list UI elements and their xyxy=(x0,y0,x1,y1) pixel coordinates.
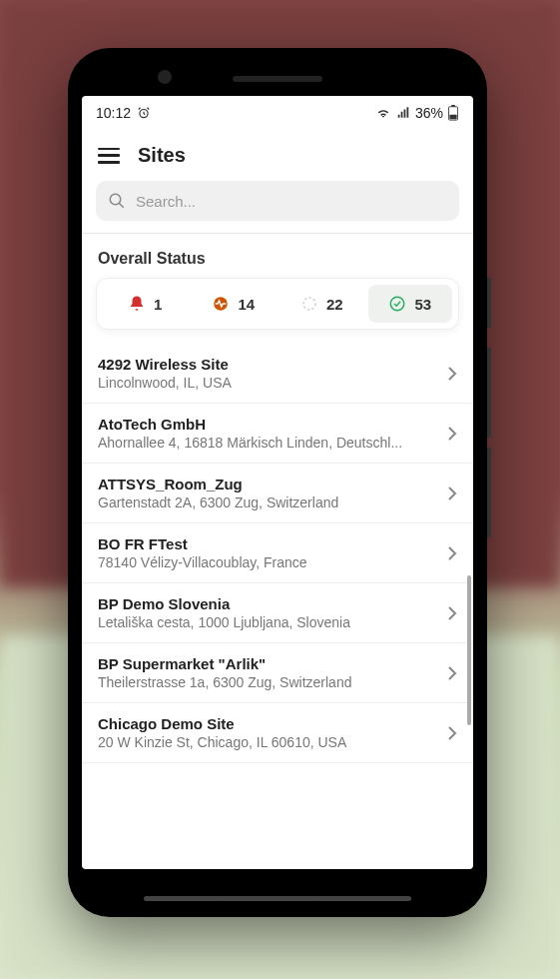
svg-point-6 xyxy=(303,298,315,310)
status-card: 1 14 22 53 xyxy=(96,278,459,330)
phone-volume-up xyxy=(487,348,491,438)
site-address: 78140 Vélizy-Villacoublay, France xyxy=(98,554,437,570)
site-name: Chicago Demo Site xyxy=(98,715,437,732)
site-row[interactable]: BO FR FTest 78140 Vélizy-Villacoublay, F… xyxy=(82,523,473,583)
chevron-right-icon xyxy=(447,486,457,501)
bell-icon xyxy=(128,295,146,313)
site-row[interactable]: AtoTech GmbH Ahornallee 4, 16818 Märkisc… xyxy=(82,404,473,464)
chevron-right-icon xyxy=(447,426,457,442)
site-address: Lincolnwood, IL, USA xyxy=(98,375,437,391)
site-row[interactable]: BP Supermarket "Arlik" Theilerstrasse 1a… xyxy=(82,643,473,703)
check-circle-icon xyxy=(388,295,406,313)
chevron-right-icon xyxy=(447,665,457,681)
search-input[interactable] xyxy=(136,193,447,210)
status-ok[interactable]: 53 xyxy=(368,285,453,323)
site-address: Theilerstrasse 1a, 6300 Zug, Switzerland xyxy=(98,674,437,690)
phone-frame: 10:12 36% Sites Overall Status xyxy=(68,48,487,917)
loading-icon xyxy=(300,295,318,313)
site-list[interactable]: 4292 Wireless Site Lincolnwood, IL, USA … xyxy=(82,344,473,869)
menu-button[interactable] xyxy=(98,148,120,164)
site-text: 4292 Wireless Site Lincolnwood, IL, USA xyxy=(98,356,437,391)
status-count: 53 xyxy=(414,296,431,313)
status-warning[interactable]: 14 xyxy=(192,285,277,323)
svg-rect-3 xyxy=(449,115,456,119)
status-pending[interactable]: 22 xyxy=(280,285,364,323)
status-count: 22 xyxy=(326,296,343,313)
chevron-right-icon xyxy=(447,545,457,561)
site-row[interactable]: 4292 Wireless Site Lincolnwood, IL, USA xyxy=(82,344,473,404)
phone-camera xyxy=(158,70,172,84)
phone-speaker xyxy=(233,76,322,82)
site-name: 4292 Wireless Site xyxy=(98,356,437,373)
search-icon xyxy=(108,192,126,210)
status-alert[interactable]: 1 xyxy=(103,285,188,323)
screen: 10:12 36% Sites Overall Status xyxy=(82,96,473,869)
site-address: Letališka cesta, 1000 Ljubljana, Sloveni… xyxy=(98,614,437,630)
page-title: Sites xyxy=(138,144,186,167)
scrollbar-thumb[interactable] xyxy=(467,575,471,725)
status-bar: 10:12 36% xyxy=(82,96,473,130)
site-text: AtoTech GmbH Ahornallee 4, 16818 Märkisc… xyxy=(98,416,437,451)
site-name: AtoTech GmbH xyxy=(98,416,437,433)
phone-side-button xyxy=(487,278,491,328)
alarm-icon xyxy=(137,106,151,120)
site-text: ATTSYS_Room_Zug Gartenstadt 2A, 6300 Zug… xyxy=(98,476,437,510)
site-name: BO FR FTest xyxy=(98,535,437,552)
status-count: 1 xyxy=(154,296,162,313)
svg-point-4 xyxy=(110,194,121,205)
site-row[interactable]: ATTSYS_Room_Zug Gartenstadt 2A, 6300 Zug… xyxy=(82,464,473,523)
site-text: BP Supermarket "Arlik" Theilerstrasse 1a… xyxy=(98,655,437,690)
site-name: ATTSYS_Room_Zug xyxy=(98,476,437,492)
svg-rect-2 xyxy=(451,105,455,107)
site-name: BP Demo Slovenia xyxy=(98,595,437,612)
chevron-right-icon xyxy=(447,366,457,382)
overall-status-label: Overall Status xyxy=(82,234,473,278)
nav-pill xyxy=(311,896,411,901)
svg-point-7 xyxy=(391,297,405,311)
site-row[interactable]: Chicago Demo Site 20 W Kinzie St, Chicag… xyxy=(82,703,473,763)
wifi-icon xyxy=(375,106,391,120)
battery-icon xyxy=(447,105,459,121)
site-text: Chicago Demo Site 20 W Kinzie St, Chicag… xyxy=(98,715,437,750)
site-address: Ahornallee 4, 16818 Märkisch Linden, Deu… xyxy=(98,435,437,451)
site-text: BO FR FTest 78140 Vélizy-Villacoublay, F… xyxy=(98,535,437,570)
site-name: BP Supermarket "Arlik" xyxy=(98,655,437,672)
site-text: BP Demo Slovenia Letališka cesta, 1000 L… xyxy=(98,595,437,630)
battery-percent: 36% xyxy=(415,105,443,121)
chevron-right-icon xyxy=(447,725,457,741)
phone-volume-down xyxy=(487,448,491,537)
clock: 10:12 xyxy=(96,105,131,121)
site-row[interactable]: BP Demo Slovenia Letališka cesta, 1000 L… xyxy=(82,583,473,643)
signal-icon xyxy=(395,106,411,120)
app-header: Sites xyxy=(82,130,473,177)
status-count: 14 xyxy=(238,296,255,313)
site-address: 20 W Kinzie St, Chicago, IL 60610, USA xyxy=(98,734,437,750)
heartbeat-icon xyxy=(212,295,230,313)
chevron-right-icon xyxy=(447,605,457,621)
site-address: Gartenstadt 2A, 6300 Zug, Switzerland xyxy=(98,494,437,510)
search-input-wrapper[interactable] xyxy=(96,181,459,221)
